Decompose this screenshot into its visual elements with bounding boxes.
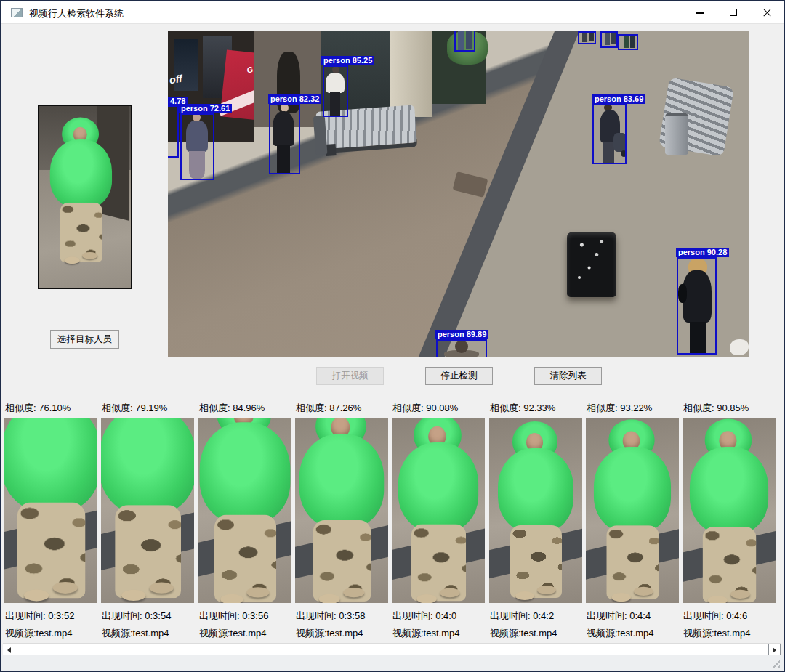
- result-item[interactable]: 相似度: 76.10% 出现时间: 0:3:52 视频源:test.mp4: [4, 394, 100, 643]
- similarity-label: 相似度: 87.26%: [296, 402, 361, 415]
- left-arrow-icon: [7, 647, 11, 653]
- appear-time-label: 出现时间: 0:3:58: [296, 610, 365, 623]
- appear-time-label: 出现时间: 0:3:54: [102, 610, 171, 623]
- detection-box: [592, 104, 627, 164]
- result-item[interactable]: 相似度: 92.33% 出现时间: 0:4:2 视频源:test.mp4: [488, 394, 584, 643]
- result-thumbnail[interactable]: [586, 418, 679, 603]
- detection-overlay: 4.78person 72.61person 82.32person 85.25…: [168, 31, 749, 357]
- video-source-label: 视频源:test.mp4: [5, 627, 72, 640]
- detection-box: [269, 104, 300, 174]
- person-figure: [198, 418, 291, 603]
- video-source-label: 视频源:test.mp4: [683, 627, 750, 640]
- appear-time-label: 出现时间: 0:4:6: [683, 610, 747, 623]
- person-figure: [586, 418, 679, 603]
- detection-label: person 89.89: [435, 330, 488, 339]
- stop-detection-button[interactable]: 停止检测: [425, 367, 493, 385]
- detection-box: [618, 34, 638, 50]
- video-source-label: 视频源:test.mp4: [490, 627, 557, 640]
- detection-label: person 82.32: [268, 94, 321, 104]
- detection-box: [180, 113, 214, 180]
- maximize-icon: [730, 9, 737, 16]
- detection-box: [578, 31, 596, 44]
- detection-label: person 85.25: [321, 56, 374, 65]
- result-item[interactable]: 相似度: 90.85% 出现时间: 0:4:6 视频源:test.mp4: [682, 394, 778, 643]
- scroll-left-button[interactable]: [3, 644, 15, 656]
- similarity-label: 相似度: 76.10%: [5, 402, 71, 415]
- close-button[interactable]: [750, 1, 784, 24]
- person-figure: [489, 418, 582, 603]
- appear-time-label: 出现时间: 0:4:2: [490, 610, 554, 623]
- appear-time-label: 出现时间: 0:4:4: [587, 610, 651, 623]
- target-person-image: [38, 105, 132, 289]
- video-source-label: 视频源:test.mp4: [392, 627, 459, 640]
- app-window: 视频行人检索软件系统 选择目标人员 off: [0, 0, 785, 672]
- result-thumbnail[interactable]: [489, 418, 582, 603]
- select-target-button[interactable]: 选择目标人员: [50, 330, 119, 349]
- detection-box: [454, 31, 475, 52]
- video-source-label: 视频源:test.mp4: [199, 627, 266, 640]
- video-frame: off GAP: [168, 31, 749, 357]
- result-item[interactable]: 相似度: 93.22% 出现时间: 0:4:4 视频源:test.mp4: [585, 394, 681, 643]
- appear-time-label: 出现时间: 0:3:56: [199, 610, 268, 623]
- person-figure: [295, 418, 388, 603]
- similarity-label: 相似度: 90.08%: [392, 402, 458, 415]
- detection-box: [600, 31, 618, 48]
- similarity-label: 相似度: 93.22%: [587, 402, 652, 415]
- scrollbar-thumb[interactable]: [16, 644, 768, 656]
- similarity-label: 相似度: 84.96%: [199, 402, 265, 415]
- person-figure: [392, 418, 485, 603]
- result-item[interactable]: 相似度: 84.96% 出现时间: 0:3:56 视频源:test.mp4: [198, 394, 294, 643]
- result-thumbnail[interactable]: [295, 418, 388, 603]
- video-source-label: 视频源:test.mp4: [102, 627, 169, 640]
- window-title: 视频行人检索软件系统: [29, 7, 124, 20]
- status-bar: [1, 655, 784, 671]
- person-figure: [101, 418, 194, 603]
- result-thumbnail[interactable]: [392, 418, 485, 603]
- app-icon: [11, 8, 23, 17]
- minimize-icon: [696, 12, 704, 14]
- detection-label: person 90.28: [676, 248, 729, 257]
- person-figure: [4, 418, 97, 603]
- target-person-figure: [43, 114, 119, 266]
- clear-list-button[interactable]: 清除列表: [534, 367, 602, 385]
- detection-label: person 83.69: [592, 94, 645, 104]
- similarity-label: 相似度: 79.19%: [102, 402, 167, 415]
- minimize-button[interactable]: [683, 1, 717, 24]
- result-item[interactable]: 相似度: 79.19% 出现时间: 0:3:54 视频源:test.mp4: [100, 394, 196, 643]
- video-source-label: 视频源:test.mp4: [296, 627, 363, 640]
- results-list: 相似度: 76.10% 出现时间: 0:3:52 视频源:test.mp4 相似…: [3, 394, 785, 643]
- open-video-button[interactable]: 打开视频: [316, 367, 384, 385]
- detection-label: person 72.61: [179, 104, 232, 113]
- result-item[interactable]: 相似度: 90.08% 出现时间: 0:4:0 视频源:test.mp4: [391, 394, 487, 643]
- result-item[interactable]: 相似度: 87.26% 出现时间: 0:3:58 视频源:test.mp4: [294, 394, 390, 643]
- caption-buttons: [683, 1, 784, 24]
- video-source-label: 视频源:test.mp4: [587, 627, 653, 640]
- detection-box: [323, 65, 348, 117]
- similarity-label: 相似度: 90.85%: [683, 402, 749, 415]
- person-figure: [683, 418, 776, 603]
- result-thumbnail[interactable]: [4, 418, 97, 603]
- resize-grip[interactable]: [772, 660, 780, 668]
- horizontal-scrollbar[interactable]: [3, 643, 781, 655]
- detection-box: [436, 339, 487, 357]
- similarity-label: 相似度: 92.33%: [490, 402, 555, 415]
- appear-time-label: 出现时间: 0:4:0: [392, 610, 456, 623]
- scroll-right-button[interactable]: [768, 644, 781, 656]
- right-arrow-icon: [773, 647, 776, 653]
- result-thumbnail[interactable]: [101, 418, 194, 603]
- result-thumbnail[interactable]: [198, 418, 291, 603]
- detection-box: [168, 105, 179, 158]
- appear-time-label: 出现时间: 0:3:52: [5, 610, 74, 623]
- result-thumbnail[interactable]: [683, 418, 776, 603]
- title-bar[interactable]: 视频行人检索软件系统: [1, 1, 784, 24]
- detection-box: [677, 257, 717, 355]
- maximize-button[interactable]: [717, 1, 750, 24]
